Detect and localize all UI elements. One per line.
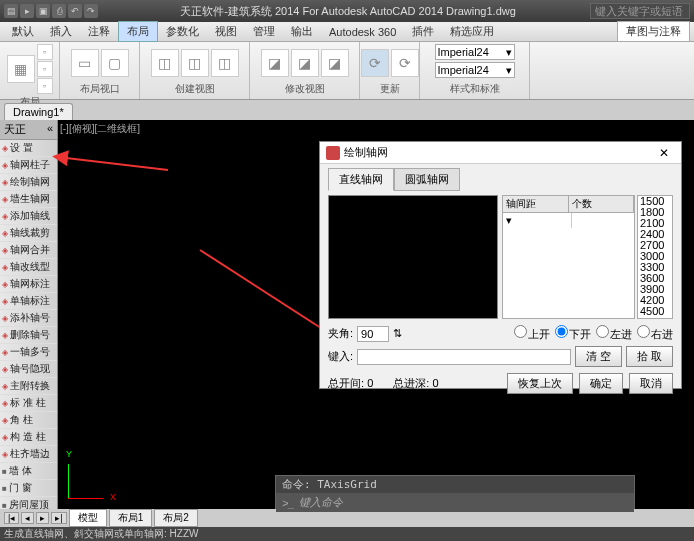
menu-item[interactable]: 精选应用 [442, 22, 502, 41]
dialog-footer: 总开间: 0 总进深: 0 恢复上次 确定 取消 [320, 369, 681, 398]
spacing-input[interactable] [357, 349, 571, 365]
sidebar-item[interactable]: 轴网柱子 [0, 157, 57, 174]
sidebar-item[interactable]: 轴线裁剪 [0, 225, 57, 242]
menu-item[interactable]: 视图 [207, 22, 245, 41]
ribbon-group: Imperial24▾ Imperial24▾ 样式和标准 [420, 42, 530, 99]
ribbon-icon[interactable]: ▦ [7, 55, 35, 83]
ribbon-icon[interactable]: ▫ [37, 61, 53, 77]
radio-option[interactable]: 上开 [513, 325, 550, 342]
dialog-tabs: 直线轴网 圆弧轴网 [320, 164, 681, 191]
menu-item[interactable]: 插件 [404, 22, 442, 41]
ribbon-icon[interactable]: ▫ [37, 44, 53, 60]
ribbon-icon[interactable]: ◫ [211, 49, 239, 77]
menu-item[interactable]: 默认 [4, 22, 42, 41]
total-open-value: 0 [367, 377, 373, 389]
dialog-titlebar[interactable]: 绘制轴网 ✕ [320, 142, 681, 164]
sidebar-item[interactable]: 柱齐墙边 [0, 446, 57, 463]
ribbon-icon[interactable]: ◪ [261, 49, 289, 77]
spinner-icon[interactable]: ⇅ [393, 327, 402, 340]
menu-item[interactable]: 参数化 [158, 22, 207, 41]
document-tab[interactable]: Drawing1* [4, 103, 73, 120]
sidebar-item[interactable]: 单轴标注 [0, 293, 57, 310]
nav-next-icon[interactable]: ▸ [36, 512, 49, 524]
sidebar-item[interactable]: 设 置 [0, 140, 57, 157]
qat-icon[interactable]: ▤ [4, 4, 18, 18]
sidebar-item[interactable]: 标 准 柱 [0, 395, 57, 412]
palette-header[interactable]: 天正« [0, 120, 57, 140]
sidebar-item[interactable]: 角 柱 [0, 412, 57, 429]
ribbon-icon[interactable]: ⟳ [391, 49, 419, 77]
spacing-table[interactable]: 轴间距个数 ▾ [502, 195, 635, 319]
input-label: 键入: [328, 349, 353, 364]
dialog-body: 轴间距个数 ▾ 15001800210024002700300033003600… [320, 191, 681, 323]
workspace-label[interactable]: 草图与注释 [617, 21, 690, 42]
sidebar-item[interactable]: 门 窗 [0, 480, 57, 497]
model-tab[interactable]: 模型 [69, 509, 107, 527]
menu-item[interactable]: 注释 [80, 22, 118, 41]
qat-icon[interactable]: ▣ [36, 4, 50, 18]
qat-icon[interactable]: ↷ [84, 4, 98, 18]
radio-option[interactable]: 下开 [554, 325, 591, 342]
command-line[interactable]: 命令: TAxisGrid >_键入命令 [275, 475, 635, 509]
dialog-title: 绘制轴网 [344, 145, 388, 160]
sidebar-item[interactable]: 轴号隐现 [0, 361, 57, 378]
preset-value[interactable]: 4800 [638, 317, 672, 319]
sidebar-item[interactable]: 构 造 柱 [0, 429, 57, 446]
sidebar-item[interactable]: 主附转换 [0, 378, 57, 395]
sidebar-item[interactable]: 添加轴线 [0, 208, 57, 225]
menu-item[interactable]: 管理 [245, 22, 283, 41]
cancel-button[interactable]: 取消 [629, 373, 673, 394]
menu-item[interactable]: 插入 [42, 22, 80, 41]
style-combo[interactable]: Imperial24▾ [435, 62, 515, 78]
chevron-down-icon: ▾ [506, 64, 512, 77]
sidebar-item[interactable]: 添补轴号 [0, 310, 57, 327]
col-header: 个数 [569, 196, 635, 212]
tab-linear[interactable]: 直线轴网 [328, 168, 394, 191]
sidebar-item[interactable]: 轴网合并 [0, 242, 57, 259]
ok-button[interactable]: 确定 [579, 373, 623, 394]
ribbon-icon[interactable]: ▭ [71, 49, 99, 77]
nav-prev-icon[interactable]: ◂ [21, 512, 34, 524]
layout-tab[interactable]: 布局2 [154, 509, 198, 527]
title-bar: ▤ ▸ ▣ ⎙ ↶ ↷ 天正软件-建筑系统 2014 For Autodesk … [0, 0, 694, 22]
layout-tab[interactable]: 布局1 [109, 509, 153, 527]
menu-item[interactable]: 输出 [283, 22, 321, 41]
menu-item[interactable]: Autodesk 360 [321, 24, 404, 40]
collapse-icon[interactable]: « [47, 122, 53, 137]
nav-last-icon[interactable]: ▸| [51, 512, 66, 524]
radio-option[interactable]: 右进 [636, 325, 673, 342]
sidebar-item[interactable]: 房间屋顶 [0, 497, 57, 509]
ribbon-icon[interactable]: ⟳ [361, 49, 389, 77]
qat-icon[interactable]: ▸ [20, 4, 34, 18]
tab-arc[interactable]: 圆弧轴网 [394, 168, 460, 191]
menu-item-active[interactable]: 布局 [118, 21, 158, 42]
sidebar-item[interactable]: 轴网标注 [0, 276, 57, 293]
close-button[interactable]: ✕ [653, 146, 675, 160]
clear-button[interactable]: 清 空 [575, 346, 622, 367]
ribbon-icon[interactable]: ◫ [181, 49, 209, 77]
ribbon-icon[interactable]: ▢ [101, 49, 129, 77]
sidebar-item[interactable]: 墙 体 [0, 463, 57, 480]
sidebar-item[interactable]: 绘制轴网 [0, 174, 57, 191]
style-combo[interactable]: Imperial24▾ [435, 44, 515, 60]
restore-button[interactable]: 恢复上次 [507, 373, 573, 394]
viewport-label[interactable]: [-][俯视][二维线框] [60, 122, 140, 136]
ribbon-icon[interactable]: ◪ [291, 49, 319, 77]
combo-cell[interactable]: ▾ [503, 213, 572, 228]
help-search[interactable]: 键入关键字或短语 [590, 3, 690, 19]
angle-input[interactable] [357, 326, 389, 342]
sidebar-item[interactable]: 一轴多号 [0, 344, 57, 361]
ribbon-icon[interactable]: ◪ [321, 49, 349, 77]
ribbon-icon[interactable]: ◫ [151, 49, 179, 77]
sidebar-item[interactable]: 轴改线型 [0, 259, 57, 276]
sidebar-item[interactable]: 删除轴号 [0, 327, 57, 344]
ribbon-icon[interactable]: ▫ [37, 78, 53, 94]
radio-option[interactable]: 左进 [595, 325, 632, 342]
preset-list[interactable]: 1500180021002400270030003300360039004200… [637, 195, 673, 319]
qat-icon[interactable]: ⎙ [52, 4, 66, 18]
pick-button[interactable]: 拾 取 [626, 346, 673, 367]
nav-first-icon[interactable]: |◂ [4, 512, 19, 524]
ucs-icon: Y X [68, 459, 108, 499]
qat-icon[interactable]: ↶ [68, 4, 82, 18]
sidebar-item[interactable]: 墙生轴网 [0, 191, 57, 208]
